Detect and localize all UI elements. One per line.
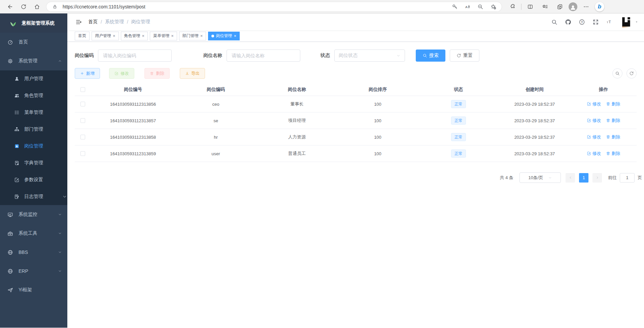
row-edit-link[interactable]: 修改 bbox=[587, 134, 601, 140]
favorites-icon[interactable] bbox=[539, 1, 551, 12]
select-all-checkbox[interactable] bbox=[80, 87, 85, 92]
row-delete-link[interactable]: 删除 bbox=[606, 134, 620, 140]
close-icon[interactable]: × bbox=[113, 34, 115, 38]
bing-icon[interactable]: b bbox=[595, 2, 604, 11]
close-icon[interactable]: × bbox=[200, 34, 203, 38]
sidebar-fold-icon[interactable] bbox=[73, 17, 83, 27]
search-icon bbox=[422, 53, 427, 58]
chevron-down-icon bbox=[62, 194, 67, 199]
row-edit-link[interactable]: 修改 bbox=[587, 101, 601, 107]
close-icon[interactable]: × bbox=[142, 34, 145, 38]
sidebar-item-home[interactable]: 首页 bbox=[0, 33, 67, 52]
row-edit-link[interactable]: 修改 bbox=[587, 118, 601, 124]
sidebar-item-label: 参数设置 bbox=[24, 177, 43, 183]
sidebar-item-dept-mgmt[interactable]: 部门管理 bbox=[0, 121, 67, 138]
lock-icon[interactable] bbox=[50, 3, 60, 11]
search-icon[interactable] bbox=[548, 16, 560, 28]
row-checkbox[interactable] bbox=[80, 102, 85, 106]
font-size-icon[interactable] bbox=[604, 16, 615, 28]
fullscreen-icon[interactable] bbox=[590, 16, 601, 28]
tab-label: 菜单管理 bbox=[153, 33, 169, 39]
edit-button[interactable]: 修改 bbox=[109, 68, 134, 79]
table-row: 1641030593112313859 user 普通员工 100 正常 202… bbox=[75, 145, 637, 162]
status-select[interactable]: 岗位状态 bbox=[334, 50, 405, 62]
tab-home[interactable]: 首页 bbox=[75, 32, 90, 40]
sidebar-item-system-mgmt[interactable]: 系统管理 bbox=[0, 52, 67, 70]
goto-page-input[interactable] bbox=[620, 173, 635, 183]
split-screen-icon[interactable] bbox=[524, 1, 536, 12]
page-number-1[interactable]: 1 bbox=[579, 173, 588, 183]
delete-button[interactable]: 删除 bbox=[144, 68, 170, 79]
help-icon[interactable] bbox=[576, 16, 587, 28]
tab-role-mgmt[interactable]: 角色管理 × bbox=[121, 32, 148, 40]
page-size-select[interactable]: 10条/页 bbox=[519, 172, 561, 183]
sidebar-item-post-mgmt[interactable]: 岗位管理 bbox=[0, 138, 67, 155]
search-button[interactable]: 搜索 bbox=[416, 50, 445, 62]
sidebar-item-param-settings[interactable]: 参数设置 bbox=[0, 171, 67, 188]
sidebar-item-bbs[interactable]: BBS bbox=[0, 243, 67, 262]
export-button[interactable]: 导出 bbox=[180, 68, 205, 79]
row-delete-link[interactable]: 删除 bbox=[606, 118, 620, 124]
sidebar-item-dict-mgmt[interactable]: 字典管理 bbox=[0, 155, 67, 171]
sidebar-item-menu-mgmt[interactable]: 菜单管理 bbox=[0, 104, 67, 121]
address-bar[interactable]: https://ccnetcore.com:1101/system/post bbox=[46, 2, 502, 11]
breadcrumb-system-mgmt[interactable]: 系统管理 bbox=[105, 19, 124, 25]
favorite-add-icon[interactable] bbox=[488, 3, 498, 11]
post-name-input[interactable] bbox=[227, 50, 300, 62]
sidebar-item-yi-framework[interactable]: Yi框架 bbox=[0, 281, 67, 299]
sidebar-item-label: 日志管理 bbox=[24, 194, 43, 200]
close-icon[interactable]: × bbox=[234, 34, 236, 38]
post-code-input[interactable] bbox=[98, 50, 172, 62]
refresh-table-icon[interactable] bbox=[626, 68, 637, 78]
active-dot-icon bbox=[211, 35, 214, 37]
breadcrumb-home[interactable]: 首页 bbox=[88, 19, 98, 25]
sidebar-item-log-mgmt[interactable]: 日志管理 bbox=[0, 188, 67, 205]
sidebar-item-system-tools[interactable]: 系统工具 bbox=[0, 224, 67, 243]
row-checkbox[interactable] bbox=[80, 118, 85, 123]
github-icon[interactable] bbox=[562, 16, 574, 28]
row-checkbox[interactable] bbox=[80, 151, 85, 156]
tab-dept-mgmt[interactable]: 部门管理 × bbox=[179, 32, 206, 40]
sidebar-item-user-mgmt[interactable]: 用户管理 bbox=[0, 70, 67, 87]
read-aloud-icon[interactable] bbox=[463, 3, 473, 11]
cell-post-sort: 100 bbox=[337, 102, 418, 107]
zoom-out-icon[interactable] bbox=[475, 3, 485, 11]
sidebar-item-label: 角色管理 bbox=[24, 93, 43, 99]
edit-square-icon bbox=[587, 102, 591, 106]
row-delete-link[interactable]: 删除 bbox=[606, 151, 620, 157]
url-text[interactable]: https://ccnetcore.com:1101/system/post bbox=[63, 4, 447, 9]
browser-profile-avatar[interactable] bbox=[569, 2, 577, 11]
row-edit-link[interactable]: 修改 bbox=[587, 151, 601, 157]
row-checkbox[interactable] bbox=[80, 135, 85, 139]
sidebar-item-label: 系统工具 bbox=[19, 230, 37, 236]
browser-refresh-button[interactable] bbox=[18, 1, 30, 12]
cell-created: 2023-03-29 18:52:37 bbox=[499, 102, 570, 107]
browser-menu-icon[interactable] bbox=[580, 1, 592, 12]
key-icon[interactable] bbox=[450, 3, 460, 11]
next-page-button[interactable] bbox=[592, 173, 602, 183]
tags-view-bar: 首页 用户管理 × 角色管理 × 菜单管理 × 部门管理 × 岗位管理 × bbox=[67, 30, 644, 42]
tab-menu-mgmt[interactable]: 菜单管理 × bbox=[150, 32, 177, 40]
row-delete-link[interactable]: 删除 bbox=[606, 101, 620, 107]
user-menu-caret-icon[interactable] bbox=[635, 20, 639, 24]
close-icon[interactable]: × bbox=[171, 34, 174, 38]
toggle-search-icon[interactable] bbox=[612, 68, 622, 78]
extensions-icon[interactable] bbox=[506, 1, 518, 12]
sidebar-item-system-monitor[interactable]: 系统监控 bbox=[0, 205, 67, 224]
tab-user-mgmt[interactable]: 用户管理 × bbox=[92, 32, 119, 40]
gauge-icon bbox=[7, 39, 13, 45]
add-button[interactable]: 新增 bbox=[75, 68, 100, 79]
chevron-up-icon bbox=[58, 59, 62, 63]
collections-icon[interactable] bbox=[554, 1, 566, 12]
sidebar-item-erp[interactable]: ERP bbox=[0, 262, 67, 281]
sidebar-item-role-mgmt[interactable]: 角色管理 bbox=[0, 87, 67, 104]
cell-post-sort: 100 bbox=[337, 118, 418, 123]
browser-back-button[interactable] bbox=[4, 1, 16, 12]
user-avatar-logo[interactable] bbox=[621, 16, 632, 28]
edit-square-icon bbox=[587, 151, 591, 156]
browser-home-button[interactable] bbox=[31, 1, 43, 12]
app-logo[interactable]: 意框架管理系统 bbox=[0, 13, 67, 33]
tab-post-mgmt[interactable]: 岗位管理 × bbox=[208, 32, 240, 40]
prev-page-button[interactable] bbox=[566, 173, 575, 183]
reset-button[interactable]: 重置 bbox=[450, 50, 479, 62]
